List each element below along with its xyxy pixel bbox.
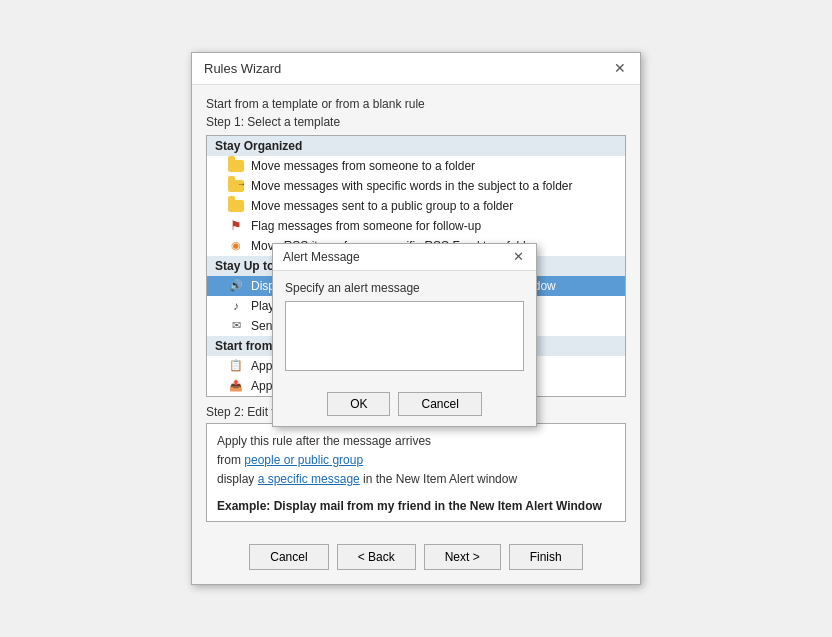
folder-icon (227, 158, 245, 174)
cancel-button[interactable]: Cancel (249, 544, 328, 570)
alert-title: Alert Message (283, 250, 360, 264)
alert-description: Specify an alert message (285, 281, 524, 295)
rss-icon: ◉ (227, 238, 245, 254)
item-label: Flag messages from someone for follow-up (251, 219, 481, 233)
wizard-title: Rules Wizard (204, 61, 281, 76)
section-header-stay-organized: Stay Organized (207, 136, 625, 156)
wizard-close-button[interactable]: ✕ (612, 61, 628, 75)
alert-dialog: Alert Message ✕ Specify an alert message… (272, 243, 537, 427)
flag-icon: ⚑ (227, 218, 245, 234)
alert-body: Specify an alert message (273, 271, 536, 384)
next-button[interactable]: Next > (424, 544, 501, 570)
people-or-public-group-link[interactable]: people or public group (244, 453, 363, 467)
step2-box: Apply this rule after the message arrive… (206, 423, 626, 523)
wizard-footer: Cancel < Back Next > Finish (192, 534, 640, 584)
folder-arrow-icon (227, 178, 245, 194)
template-item-move-from-someone[interactable]: Move messages from someone to a folder (207, 156, 625, 176)
alert-ok-button[interactable]: OK (327, 392, 390, 416)
title-bar: Rules Wizard ✕ (192, 53, 640, 85)
apply-receive-icon: 📋 (227, 358, 245, 374)
alert-close-button[interactable]: ✕ (511, 250, 526, 263)
apply-send-icon: 📤 (227, 378, 245, 394)
wizard-subtitle: Start from a template or from a blank ru… (206, 97, 626, 111)
rules-wizard-window: Rules Wizard ✕ Start from a template or … (191, 52, 641, 586)
template-item-flag-messages[interactable]: ⚑ Flag messages from someone for follow-… (207, 216, 625, 236)
display-icon: 🔊 (227, 278, 245, 294)
alert-footer: OK Cancel (273, 384, 536, 426)
back-button[interactable]: < Back (337, 544, 416, 570)
step2-example: Example: Display mail from my friend in … (217, 499, 615, 513)
sound-icon: ♪ (227, 298, 245, 314)
item-label: Move messages sent to a public group to … (251, 199, 513, 213)
step2-line3: display a specific message in the New It… (217, 470, 615, 489)
alert-cancel-button[interactable]: Cancel (398, 392, 481, 416)
alert-title-bar: Alert Message ✕ (273, 244, 536, 271)
alert-textarea[interactable] (285, 301, 524, 371)
item-label: Move messages with specific words in the… (251, 179, 572, 193)
step2-line2: from people or public group (217, 451, 615, 470)
item-label: Move messages from someone to a folder (251, 159, 475, 173)
template-item-public-group[interactable]: Move messages sent to a public group to … (207, 196, 625, 216)
finish-button[interactable]: Finish (509, 544, 583, 570)
specific-message-link[interactable]: a specific message (258, 472, 360, 486)
envelope-icon: ✉ (227, 318, 245, 334)
folder-icon-2 (227, 198, 245, 214)
template-item-specific-words[interactable]: Move messages with specific words in the… (207, 176, 625, 196)
step1-label: Step 1: Select a template (206, 115, 626, 129)
step2-line1: Apply this rule after the message arrive… (217, 432, 615, 451)
